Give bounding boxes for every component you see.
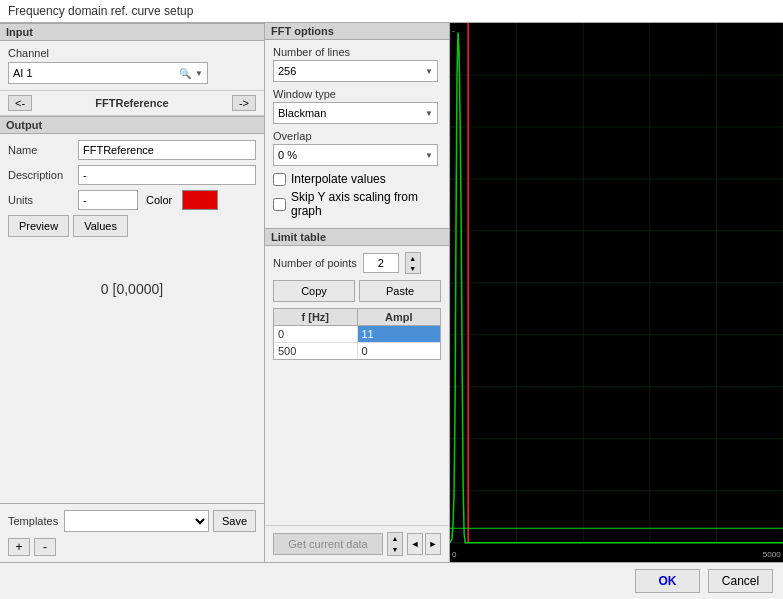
ok-button[interactable]: OK	[635, 569, 700, 593]
skip-axis-row: Skip Y axis scaling from graph	[273, 190, 441, 218]
graph-svg: 0 5000 -	[450, 23, 783, 562]
color-label: Color	[146, 194, 172, 206]
window-value: Blackman	[278, 107, 421, 119]
ampl-cell-0: 11	[358, 326, 441, 342]
save-button[interactable]: Save	[213, 510, 256, 532]
add-template-button[interactable]: +	[8, 538, 30, 556]
nav-row: <- FFTReference ->	[0, 90, 264, 116]
freq-cell-0: 0	[274, 326, 358, 342]
left-panel: Input Channel AI 1 🔍 ▼ <- FFTReference -…	[0, 23, 265, 562]
points-label: Number of points	[273, 257, 357, 269]
units-color-row: Units Color	[8, 190, 256, 210]
overlap-select[interactable]: 0 % ▼	[273, 144, 438, 166]
overlap-value: 0 %	[278, 149, 421, 161]
table-row[interactable]: 500 0	[274, 343, 440, 359]
window-dropdown-arrow: ▼	[425, 109, 433, 118]
color-picker[interactable]	[182, 190, 218, 210]
table-header-row: f [Hz] Ampl	[274, 309, 440, 326]
templates-row: Templates Save	[0, 503, 264, 538]
nav-forward-button[interactable]: ->	[232, 95, 256, 111]
copy-paste-row: Copy Paste	[273, 280, 441, 302]
values-button[interactable]: Values	[73, 215, 128, 237]
get-data-spinner: ▲ ▼	[387, 532, 403, 556]
paste-button[interactable]: Paste	[359, 280, 441, 302]
lines-row: Number of lines 256 ▼	[273, 46, 441, 82]
preview-button[interactable]: Preview	[8, 215, 69, 237]
freq-cell-1: 500	[274, 343, 358, 359]
svg-text:-: -	[452, 26, 455, 35]
title-bar: Frequency domain ref. curve setup	[0, 0, 783, 23]
interpolate-label: Interpolate values	[291, 172, 386, 186]
limit-table-header: Limit table	[265, 228, 449, 246]
nav-arrows: ◄ ►	[407, 533, 441, 555]
remove-template-button[interactable]: -	[34, 538, 56, 556]
templates-label: Templates	[8, 515, 58, 527]
output-section-header: Output	[0, 116, 264, 134]
channel-label: Channel	[8, 47, 256, 59]
get-data-down-button[interactable]: ▼	[388, 544, 402, 555]
name-row: Name	[8, 140, 256, 160]
nav-back-button[interactable]: <-	[8, 95, 32, 111]
arrow-left-button[interactable]: ◄	[407, 533, 423, 555]
input-section-content: Channel AI 1 🔍 ▼	[0, 41, 264, 90]
lines-dropdown-arrow: ▼	[425, 67, 433, 76]
window-label: Window type	[273, 88, 441, 100]
fft-content: Number of lines 256 ▼ Window type Blackm…	[265, 40, 449, 228]
channel-dropdown-arrow: ▼	[195, 69, 203, 78]
overlap-row: Overlap 0 % ▼	[273, 130, 441, 166]
preview-values-group: Preview Values	[8, 215, 256, 237]
name-input[interactable]	[78, 140, 256, 160]
arrow-right-button[interactable]: ►	[425, 533, 441, 555]
table-row[interactable]: 0 11	[274, 326, 440, 343]
lines-label: Number of lines	[273, 46, 441, 58]
interpolate-checkbox[interactable]	[273, 173, 286, 186]
description-row: Description	[8, 165, 256, 185]
cancel-button[interactable]: Cancel	[708, 569, 773, 593]
channel-row: AI 1 🔍 ▼	[8, 62, 256, 84]
points-row: Number of points ▲ ▼	[273, 252, 441, 274]
graph-panel: 0 5000 -	[450, 23, 783, 562]
interpolate-row: Interpolate values	[273, 172, 441, 186]
middle-panel: FFT options Number of lines 256 ▼ Window…	[265, 23, 450, 562]
overlap-label: Overlap	[273, 130, 441, 142]
copy-button[interactable]: Copy	[273, 280, 355, 302]
col-ampl: Ampl	[358, 309, 441, 325]
window-title: Frequency domain ref. curve setup	[8, 4, 193, 18]
window-select[interactable]: Blackman ▼	[273, 102, 438, 124]
lines-select[interactable]: 256 ▼	[273, 60, 438, 82]
channel-select[interactable]: AI 1 🔍 ▼	[8, 62, 208, 84]
points-down-button[interactable]: ▼	[406, 263, 420, 273]
get-data-row: Get current data ▲ ▼ ◄ ►	[273, 532, 441, 556]
output-section-content: Name Description Units Color Preview Val…	[0, 134, 264, 503]
description-label: Description	[8, 169, 78, 181]
ampl-cell-1: 0	[358, 343, 441, 359]
input-section-header: Input	[0, 23, 264, 41]
templates-select[interactable]	[64, 510, 209, 532]
limit-content: Number of points ▲ ▼ Copy Paste f [Hz] A…	[265, 246, 449, 366]
nav-center-label: FFTReference	[95, 97, 168, 109]
skip-axis-checkbox[interactable]	[273, 198, 286, 211]
main-content: Input Channel AI 1 🔍 ▼ <- FFTReference -…	[0, 23, 783, 562]
description-input[interactable]	[78, 165, 256, 185]
channel-search-icon: 🔍	[179, 68, 191, 79]
name-label: Name	[8, 144, 78, 156]
overlap-dropdown-arrow: ▼	[425, 151, 433, 160]
limit-table: f [Hz] Ampl 0 11 500 0	[273, 308, 441, 360]
get-data-up-button[interactable]: ▲	[388, 533, 402, 544]
preview-value-display: 0 [0,0000]	[8, 241, 256, 337]
points-up-button[interactable]: ▲	[406, 253, 420, 263]
add-remove-row: + -	[0, 538, 264, 562]
svg-text:0: 0	[452, 550, 457, 559]
units-input[interactable]	[78, 190, 138, 210]
points-input[interactable]	[363, 253, 399, 273]
get-data-section: Get current data ▲ ▼ ◄ ►	[265, 525, 449, 562]
col-freq: f [Hz]	[274, 309, 358, 325]
bottom-bar: OK Cancel	[0, 562, 783, 599]
points-spinner: ▲ ▼	[405, 252, 421, 274]
units-label: Units	[8, 194, 78, 206]
fft-section-header: FFT options	[265, 23, 449, 40]
get-data-button[interactable]: Get current data	[273, 533, 383, 555]
window-row: Window type Blackman ▼	[273, 88, 441, 124]
lines-value: 256	[278, 65, 421, 77]
skip-axis-label: Skip Y axis scaling from graph	[291, 190, 441, 218]
